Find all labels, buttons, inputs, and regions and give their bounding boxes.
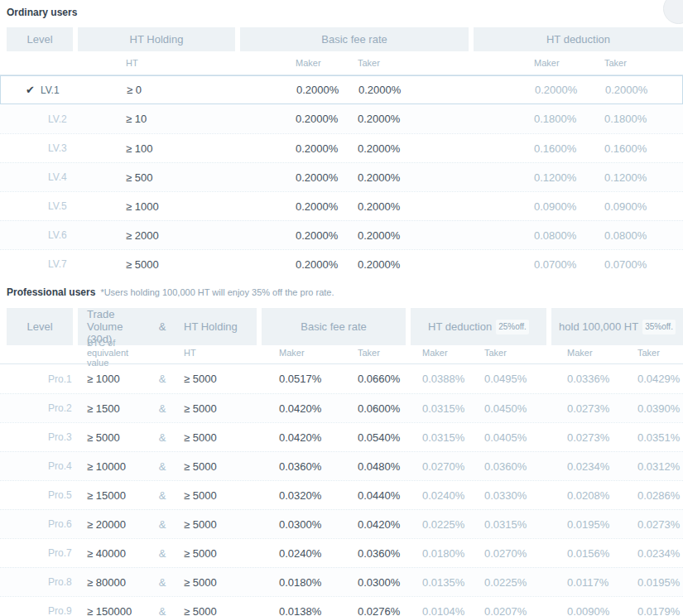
hold-maker-value: 0.0156% [567,547,637,560]
deduction-maker-value: 0.0180% [422,547,484,560]
level-label: Pro.7 [48,547,72,559]
basic-taker-value: 0.0276% [358,605,400,616]
professional-subheader-row: BTC of equivalent value HT Maker Taker M… [0,338,683,364]
basic-fee-cell: 0.2000% 0.2000% [240,258,469,271]
ht-holding-value: ≥ 100 [78,142,235,155]
ht-holding-value: ≥ 500 [78,171,235,184]
hold-ht-cell: 0.0090% 0.0179% [551,605,683,616]
column-header-amp: & [151,320,174,333]
hold-ht-cell: 0.0117% 0.0195% [551,576,683,589]
deduction-maker-value: 0.0104% [422,605,484,616]
deduction-taker-value: 0.2000% [605,84,647,96]
trade-volume-value: ≥ 80000 [78,576,151,589]
level-cell: Pro.2 [7,402,73,414]
basic-maker-value: 0.0320% [279,489,358,502]
basic-taker-value: 0.2000% [358,258,400,271]
subheader-btc-ht: BTC of equivalent value HT [78,338,257,368]
table-row: LV.2 ≥ 10 0.2000% 0.2000% 0.1800% 0.1800… [0,104,683,133]
level-label: LV.1 [41,84,60,96]
amp-symbol: & [151,605,174,616]
deduction-maker-value: 0.0800% [534,229,604,242]
amp-symbol: & [151,460,174,473]
deduction-taker-value: 0.0207% [484,605,527,616]
basic-taker-value: 0.0300% [358,576,400,589]
basic-taker-value: 0.2000% [358,171,400,184]
trade-volume-value: ≥ 5000 [78,431,151,444]
deduction-maker-value: 0.1800% [534,113,604,125]
basic-fee-cell: 0.0300% 0.0420% [262,518,406,531]
level-cell: Pro.3 [7,431,73,443]
hold-taker-value: 0.0390% [637,402,680,415]
subheader-taker: Taker [604,58,627,68]
deduction-maker-value: 0.0270% [422,460,484,473]
hold-maker-value: 0.0195% [567,518,637,531]
basic-fee-cell: 0.2000% 0.2000% [240,113,469,125]
hold-ht-cell: 0.0336% 0.0429% [551,373,683,385]
table-row: LV.7 ≥ 5000 0.2000% 0.2000% 0.0700% 0.07… [0,249,683,278]
table-row: Pro.6 ≥ 20000 & ≥ 5000 0.0300% 0.0420% 0… [0,509,683,538]
level-label: Pro.3 [48,431,72,443]
hold-taker-value: 0.0351% [637,431,680,444]
level-cell: Pro.5 [7,489,73,501]
level-cell: Pro.4 [7,460,73,472]
level-label: LV.5 [48,200,67,212]
ht-holding-value: ≥ 5000 [174,576,217,589]
table-row: LV.6 ≥ 2000 0.2000% 0.2000% 0.0800% 0.08… [0,220,683,249]
volume-ht-cell: ≥ 1500 & ≥ 5000 [78,402,257,415]
column-header-basic-fee-rate: Basic fee rate [240,27,469,51]
hold-maker-value: 0.0336% [567,373,637,385]
trade-volume-value: ≥ 150000 [78,605,151,616]
basic-fee-cell: 0.2000% 0.2000% [240,171,469,184]
trade-volume-value: ≥ 15000 [78,489,151,502]
level-label: Pro.9 [48,605,72,616]
ht-deduction-cell: 0.0800% 0.0800% [474,229,683,242]
basic-fee-cell: 0.0138% 0.0276% [262,605,406,616]
amp-symbol: & [151,489,174,502]
table-row: Pro.8 ≥ 80000 & ≥ 5000 0.0180% 0.0300% 0… [0,567,683,596]
ht-deduction-label: HT deduction [428,321,492,333]
hold-ht-cell: 0.0195% 0.0273% [551,518,683,531]
ht-deduction-cell: 0.0104% 0.0207% [411,605,546,616]
deduction-maker-value: 0.0135% [422,576,484,589]
hold-maker-value: 0.0208% [567,489,637,502]
basic-taker-value: 0.2000% [358,84,401,96]
basic-maker-value: 0.0138% [279,605,358,616]
basic-taker-value: 0.0540% [358,431,400,444]
basic-taker-value: 0.0600% [358,402,400,415]
amp-symbol: & [151,518,174,531]
deduction-taker-value: 0.0495% [484,373,527,385]
ordinary-users-table: Level HT Holding Basic fee rate HT deduc… [0,27,683,278]
ht-deduction-cell: 0.0135% 0.0225% [411,576,546,589]
ht-holding-value: ≥ 1000 [78,200,235,213]
basic-maker-value: 0.0517% [279,373,358,385]
ht-deduction-cell: 0.1200% 0.1200% [474,171,683,184]
hold-discount-badge: 35%off. [642,320,676,334]
basic-fee-cell: 0.2000% 0.2000% [240,200,469,213]
hold-taker-value: 0.0312% [637,460,680,473]
subheader-maker: Maker [422,348,484,358]
deduction-maker-value: 0.0240% [422,489,484,502]
level-label: LV.2 [48,113,67,125]
basic-maker-value: 0.0360% [279,460,358,473]
basic-taker-value: 0.0480% [358,460,400,473]
level-label: LV.6 [48,229,67,241]
subheader-deduction-maker-taker: Maker Taker [411,338,546,368]
trade-volume-value: ≥ 1500 [78,402,151,415]
ht-deduction-cell: 0.0388% 0.0495% [411,373,546,385]
ht-deduction-cell: 0.0315% 0.0405% [411,431,546,444]
subheader-ht: HT [174,348,196,358]
table-row: ✔ LV.1 ≥ 0 0.2000% 0.2000% 0.2000% 0.200… [0,75,683,104]
ht-holding-value: ≥ 2000 [78,229,235,242]
trade-volume-value: ≥ 10000 [78,460,151,473]
level-cell: Pro.9 [7,605,73,616]
hold-taker-value: 0.0273% [637,518,680,531]
hold-maker-value: 0.0234% [567,460,637,473]
basic-fee-cell: 0.0180% 0.0300% [262,576,406,589]
ht-deduction-cell: 0.0900% 0.0900% [474,200,683,213]
ht-holding-value: ≥ 5000 [78,258,235,271]
level-label: Pro.4 [48,460,72,472]
volume-ht-cell: ≥ 80000 & ≥ 5000 [78,576,257,589]
basic-fee-cell: 0.0420% 0.0540% [262,431,406,444]
level-label: Pro.1 [48,373,72,385]
hold-maker-value: 0.0117% [567,576,637,589]
